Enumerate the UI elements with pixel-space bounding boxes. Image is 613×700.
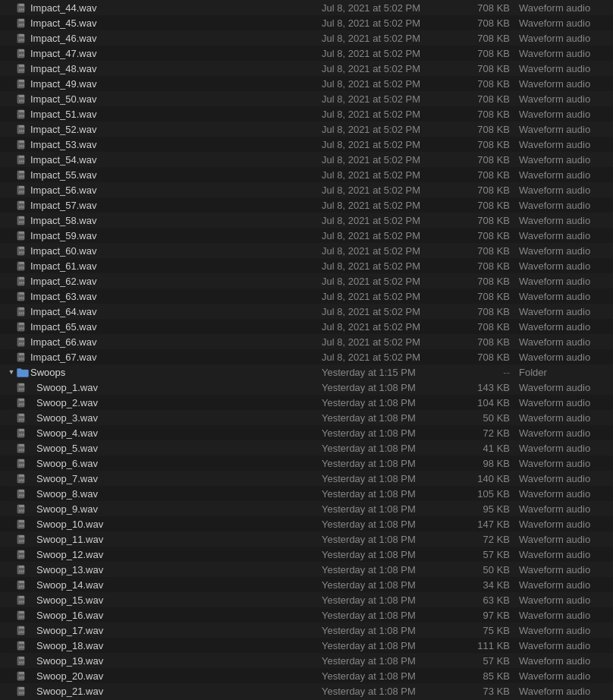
file-icon-spacer: WAV [3, 63, 30, 74]
svg-rect-49 [19, 247, 24, 249]
file-size: 708 KB [458, 306, 519, 317]
file-date: Yesterday at 1:08 PM [322, 610, 458, 621]
file-date: Yesterday at 1:08 PM [322, 686, 458, 697]
list-item[interactable]: WAV Swoop_19.wav Yesterday at 1:08 PM 57… [0, 653, 613, 668]
audio-file-icon: WAV [17, 230, 27, 241]
audio-file-icon: WAV [17, 63, 27, 74]
list-item[interactable]: WAV Swoop_10.wav Yesterday at 1:08 PM 14… [0, 516, 613, 531]
file-kind: Waveform audio [519, 625, 610, 636]
list-item[interactable]: WAV Impact_54.wav Jul 8, 2021 at 5:02 PM… [0, 152, 613, 167]
list-item[interactable]: WAV Impact_67.wav Jul 8, 2021 at 5:02 PM… [0, 349, 613, 364]
audio-file-icon: WAV [17, 443, 27, 453]
list-item[interactable]: WAV Swoop_1.wav Yesterday at 1:08 PM 143… [0, 380, 613, 395]
file-icon-spacer: WAV [3, 519, 30, 529]
list-item[interactable]: WAV Impact_59.wav Jul 8, 2021 at 5:02 PM… [0, 228, 613, 243]
list-item[interactable]: WAV Impact_53.wav Jul 8, 2021 at 5:02 PM… [0, 137, 613, 152]
list-item[interactable]: WAV Swoop_18.wav Yesterday at 1:08 PM 11… [0, 638, 613, 653]
list-item[interactable]: WAV Impact_44.wav Jul 8, 2021 at 5:02 PM… [0, 0, 613, 15]
file-kind: Waveform audio [519, 276, 610, 287]
disclosure-triangle-icon[interactable]: ▼ [7, 367, 16, 377]
list-item[interactable]: WAV Impact_52.wav Jul 8, 2021 at 5:02 PM… [0, 121, 613, 137]
svg-text:WAV: WAV [19, 342, 25, 345]
list-item[interactable]: WAV Impact_65.wav Jul 8, 2021 at 5:02 PM… [0, 319, 613, 334]
list-item[interactable]: WAV Impact_58.wav Jul 8, 2021 at 5:02 PM… [0, 213, 613, 228]
audio-file-icon: WAV [17, 33, 27, 43]
list-item[interactable]: WAV Swoop_13.wav Yesterday at 1:08 PM 50… [0, 562, 613, 577]
list-item[interactable]: WAV Impact_62.wav Jul 8, 2021 at 5:02 PM… [0, 273, 613, 289]
list-item[interactable]: WAV Swoop_11.wav Yesterday at 1:08 PM 72… [0, 531, 613, 547]
file-name: Impact_45.wav [30, 17, 322, 29]
list-item[interactable]: WAV Swoop_8.wav Yesterday at 1:08 PM 105… [0, 486, 613, 501]
list-item[interactable]: WAV Impact_57.wav Jul 8, 2021 at 5:02 PM… [0, 197, 613, 213]
file-name: Impact_48.wav [30, 63, 322, 74]
list-item[interactable]: WAV Impact_64.wav Jul 8, 2021 at 5:02 PM… [0, 304, 613, 319]
list-item[interactable]: WAV Swoop_21.wav Yesterday at 1:08 PM 73… [0, 683, 613, 698]
list-item[interactable]: WAV Swoop_2.wav Yesterday at 1:08 PM 104… [0, 395, 613, 410]
list-item[interactable]: WAV Swoop_12.wav Yesterday at 1:08 PM 57… [0, 547, 613, 562]
list-item[interactable]: WAV Swoop_4.wav Yesterday at 1:08 PM 72 … [0, 425, 613, 440]
audio-file-icon: WAV [17, 488, 27, 499]
list-item[interactable]: WAV Impact_48.wav Jul 8, 2021 at 5:02 PM… [0, 61, 613, 76]
file-date: Jul 8, 2021 at 5:02 PM [322, 200, 458, 211]
list-item[interactable]: WAV Swoop_15.wav Yesterday at 1:08 PM 63… [0, 592, 613, 607]
file-date: Yesterday at 1:08 PM [322, 564, 458, 575]
list-item[interactable]: WAV Impact_61.wav Jul 8, 2021 at 5:02 PM… [0, 258, 613, 273]
list-item[interactable]: WAV Impact_46.wav Jul 8, 2021 at 5:02 PM… [0, 30, 613, 46]
svg-rect-106 [19, 550, 24, 553]
list-item[interactable]: WAV Swoop_5.wav Yesterday at 1:08 PM 41 … [0, 440, 613, 456]
list-item[interactable]: WAV Impact_56.wav Jul 8, 2021 at 5:02 PM… [0, 182, 613, 197]
list-item[interactable]: WAV Swoop_9.wav Yesterday at 1:08 PM 95 … [0, 501, 613, 516]
audio-file-icon: WAV [17, 245, 27, 256]
file-name: Swoop_15.wav [30, 594, 322, 606]
svg-text:WAV: WAV [19, 630, 25, 634]
svg-text:WAV: WAV [19, 175, 25, 178]
list-item[interactable]: WAV Impact_51.wav Jul 8, 2021 at 5:02 PM… [0, 106, 613, 121]
list-item[interactable]: WAV Swoop_3.wav Yesterday at 1:08 PM 50 … [0, 410, 613, 425]
list-item[interactable]: WAV Swoop_20.wav Yesterday at 1:08 PM 85… [0, 668, 613, 683]
file-date: Yesterday at 1:08 PM [322, 473, 458, 484]
file-kind: Waveform audio [519, 48, 610, 59]
svg-text:WAV: WAV [19, 8, 25, 11]
list-item[interactable]: WAV Swoop_6.wav Yesterday at 1:08 PM 98 … [0, 456, 613, 471]
list-item[interactable]: WAV Swoop_7.wav Yesterday at 1:08 PM 140… [0, 471, 613, 486]
file-date: Yesterday at 1:08 PM [322, 443, 458, 454]
list-item[interactable]: WAV Swoop_17.wav Yesterday at 1:08 PM 75… [0, 623, 613, 638]
svg-text:WAV: WAV [19, 539, 25, 543]
file-date: Jul 8, 2021 at 5:02 PM [322, 245, 458, 257]
list-item[interactable]: WAV Impact_63.wav Jul 8, 2021 at 5:02 PM… [0, 289, 613, 304]
file-date: Yesterday at 1:08 PM [322, 427, 458, 439]
list-item[interactable]: WAV Impact_55.wav Jul 8, 2021 at 5:02 PM… [0, 167, 613, 182]
file-icon-spacer: WAV [3, 594, 30, 605]
file-name: Impact_59.wav [30, 230, 322, 241]
list-item[interactable]: WAV Impact_60.wav Jul 8, 2021 at 5:02 PM… [0, 243, 613, 258]
svg-rect-55 [19, 277, 24, 279]
list-item[interactable]: WAV Swoop_14.wav Yesterday at 1:08 PM 34… [0, 577, 613, 592]
file-icon-spacer: WAV [3, 610, 30, 620]
list-item[interactable]: WAV Impact_66.wav Jul 8, 2021 at 5:02 PM… [0, 334, 613, 349]
file-name: Swoop_16.wav [30, 610, 322, 621]
svg-text:WAV: WAV [19, 266, 25, 270]
file-name: Swoop_19.wav [30, 655, 322, 667]
file-date: Yesterday at 1:08 PM [322, 655, 458, 667]
svg-rect-25 [19, 125, 24, 128]
file-date: Yesterday at 1:08 PM [322, 549, 458, 560]
list-item[interactable]: WAV Impact_50.wav Jul 8, 2021 at 5:02 PM… [0, 91, 613, 106]
file-icon-spacer: WAV [3, 564, 30, 575]
file-name: Swoop_17.wav [30, 625, 322, 636]
svg-rect-70 [19, 353, 24, 355]
list-item[interactable]: WAV Impact_45.wav Jul 8, 2021 at 5:02 PM… [0, 15, 613, 30]
list-item[interactable]: WAV Impact_47.wav Jul 8, 2021 at 5:02 PM… [0, 46, 613, 61]
file-name: Swoop_9.wav [30, 503, 322, 515]
file-icon-spacer: WAV [3, 200, 30, 210]
list-item[interactable]: WAV Impact_49.wav Jul 8, 2021 at 5:02 PM… [0, 76, 613, 91]
file-name: Swoop_8.wav [30, 488, 322, 500]
file-name: Impact_61.wav [30, 260, 322, 272]
svg-text:WAV: WAV [19, 235, 25, 239]
audio-file-icon: WAV [17, 382, 27, 393]
folder-row[interactable]: ▼ Swoops Yesterday at 1:15 PM -- Folder [0, 364, 613, 380]
file-kind: Waveform audio [519, 427, 610, 439]
file-icon-spacer: WAV [3, 48, 30, 58]
file-name: Swoop_14.wav [30, 579, 322, 591]
file-size: 708 KB [458, 200, 519, 211]
list-item[interactable]: WAV Swoop_16.wav Yesterday at 1:08 PM 97… [0, 607, 613, 623]
